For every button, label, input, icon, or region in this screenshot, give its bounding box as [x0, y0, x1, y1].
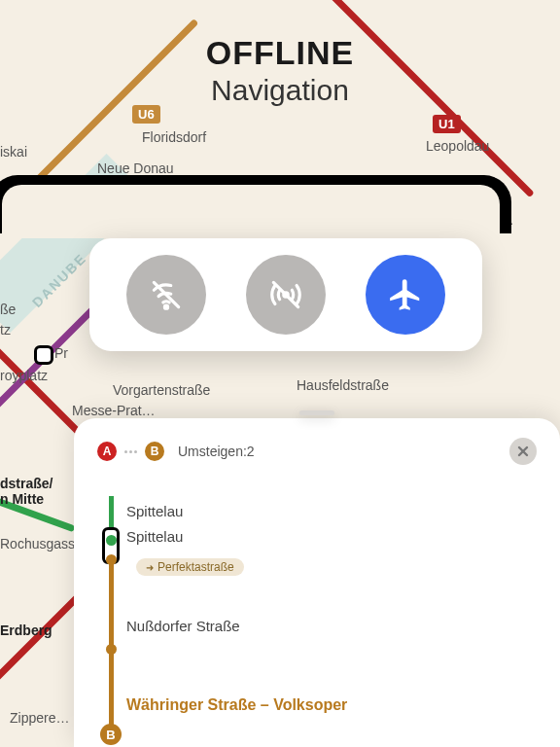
station-node [34, 345, 53, 365]
route-point-b: B [145, 442, 164, 461]
line-badge-u6: U6 [132, 105, 160, 124]
title-offline: OFFLINE [0, 34, 560, 72]
station-leopoldau: Leopoldau [426, 138, 489, 154]
route-header: A B Umsteigen:2 [97, 438, 537, 465]
svg-point-0 [165, 305, 168, 308]
station-landstrasse: dstraße/ n Mitte [0, 476, 52, 507]
drag-handle[interactable] [299, 410, 334, 415]
stop-direction-pill[interactable]: ➜Perfektastraße [126, 552, 537, 582]
title-navigation: Navigation [0, 74, 560, 107]
station-neue-donau: Neue Donau [97, 160, 174, 176]
station-hausfeld: Hausfeldstraße [297, 377, 389, 393]
close-icon [516, 445, 530, 458]
airplane-mode-button[interactable] [366, 255, 445, 335]
stop-spittelau-2[interactable]: Spittelau [126, 521, 537, 551]
stop-destination[interactable]: B Währinger Straße – Volksoper [126, 691, 537, 720]
station-floridsdorf: Floridsdorf [142, 129, 206, 145]
direction-pill: ➜Perfektastraße [136, 558, 244, 576]
station-rochus: Rochusgasse [0, 536, 83, 551]
route-details-card[interactable]: A B Umsteigen:2 Spittelau Spittelau ➜Per… [74, 418, 560, 747]
station-royplatz: royplatz [0, 368, 48, 383]
transfers-count: Umsteigen:2 [178, 444, 255, 459]
cellular-off-button[interactable] [246, 255, 326, 335]
stop-label: Spittelau [126, 503, 183, 519]
stop-label: Nußdorfer Straße [126, 618, 240, 634]
route-point-a: A [97, 442, 117, 461]
wifi-off-icon [148, 276, 185, 313]
station-tz: tz [0, 322, 11, 338]
station-zipperer: Zippere… [10, 710, 69, 726]
station-messe: Messe-Prat… [72, 403, 156, 418]
destination-marker: B [100, 724, 122, 745]
stop-nussdorf[interactable]: Nußdorfer Straße [126, 611, 537, 640]
arrow-icon: ➜ [146, 562, 154, 573]
station-iskai: iskai [0, 144, 27, 160]
wifi-off-button[interactable] [126, 255, 206, 335]
promo-title: OFFLINE Navigation [0, 34, 560, 107]
route-dots-icon [124, 450, 137, 453]
stop-label: Spittelau [126, 528, 183, 545]
station-pr: Pr [54, 345, 68, 361]
station-be: ße [0, 302, 16, 317]
station-erdberg: Erdberg [0, 622, 52, 638]
airplane-icon [387, 276, 424, 313]
device-screen [2, 185, 500, 238]
close-button[interactable] [509, 438, 537, 465]
destination-label: Währinger Straße – Volksoper [126, 696, 347, 714]
station-vorgarten: Vorgartenstraße [113, 382, 210, 398]
line-badge-u1: U1 [433, 115, 461, 133]
signal-off-icon [267, 276, 304, 313]
connectivity-control-tray [89, 238, 482, 351]
route-stops-list: Spittelau Spittelau ➜Perfektastraße Nußd… [97, 496, 537, 720]
